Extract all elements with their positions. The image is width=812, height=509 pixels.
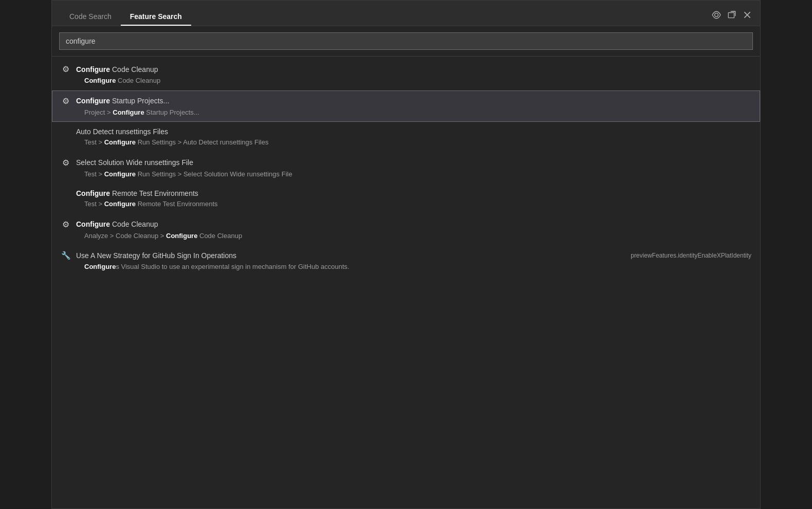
- github-config-icon: 🔧: [61, 250, 71, 262]
- result-item[interactable]: ⚙ Select Solution Wide runsettings File …: [52, 152, 760, 184]
- popout-icon[interactable]: [727, 10, 736, 22]
- no-icon: [61, 126, 71, 137]
- titlebar-actions: [712, 10, 752, 26]
- result-item[interactable]: Configure Remote Test Environments Test …: [52, 184, 760, 214]
- results-list: ⚙ Configure Code Cleanup Configure Code …: [52, 57, 760, 508]
- result-item[interactable]: ⚙ Configure Startup Projects... Project …: [52, 90, 760, 122]
- titlebar: Code Search Feature Search: [52, 1, 760, 26]
- gear-icon: ⚙: [61, 157, 71, 169]
- tab-feature-search[interactable]: Feature Search: [121, 7, 191, 26]
- gear-icon: ⚙: [61, 63, 71, 76]
- result-item[interactable]: ⚙ Configure Code Cleanup Analyze > Code …: [52, 214, 760, 246]
- main-window: Code Search Feature Search: [51, 0, 761, 509]
- result-item[interactable]: Auto Detect runsettings Files Test > Con…: [52, 122, 760, 152]
- result-item[interactable]: 🔧 Use A New Strategy for GitHub Sign In …: [52, 245, 760, 276]
- tab-code-search[interactable]: Code Search: [60, 7, 121, 26]
- no-icon: [61, 188, 71, 199]
- result-item[interactable]: ⚙ Configure Code Cleanup Configure Code …: [52, 59, 760, 90]
- feature-flag: previewFeatures.identityEnableXPlatIdent…: [631, 251, 751, 260]
- close-icon[interactable]: [743, 10, 752, 22]
- svg-point-0: [715, 13, 718, 17]
- search-input[interactable]: configure: [59, 32, 753, 50]
- gear-icon: ⚙: [61, 219, 71, 231]
- search-bar: configure: [52, 26, 760, 57]
- svg-rect-1: [728, 13, 734, 18]
- gear-icon: ⚙: [61, 95, 71, 107]
- preview-icon[interactable]: [712, 10, 721, 22]
